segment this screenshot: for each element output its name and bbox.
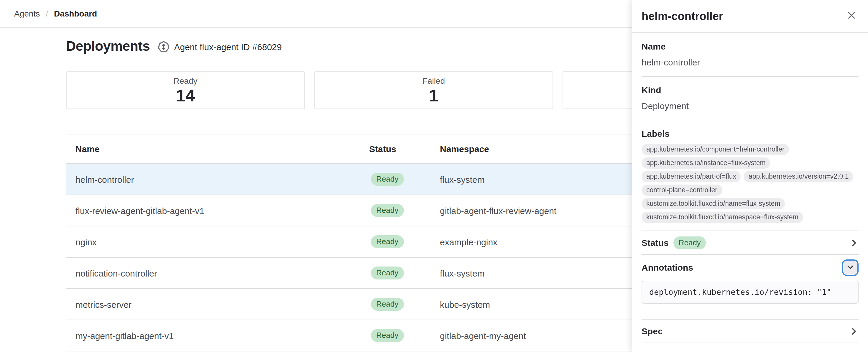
section-heading: Spec (642, 325, 663, 337)
cell-name: flux-review-agent-gitlab-agent-v1 (66, 205, 369, 216)
status-badge: Ready (673, 236, 706, 249)
close-drawer-button[interactable] (844, 8, 859, 24)
card-label: Ready (174, 75, 197, 86)
label-chip: app.kubernetes.io/instance=flux-system (642, 157, 770, 169)
chevron-right-icon (849, 238, 859, 247)
drawer-section-name: Name helm-controller (642, 33, 859, 76)
status-badge: Ready (371, 235, 404, 248)
status-badge: Ready (371, 266, 404, 280)
cell-status: Ready (369, 173, 440, 186)
drawer-section-labels: Labels app.kubernetes.io/component=helm-… (642, 120, 859, 230)
annotations-code: deployment.kubernetes.io/revision: "1" (642, 281, 859, 303)
cell-name: my-agent-gitlab-agent-v1 (66, 330, 369, 341)
label-chip: app.kubernetes.io/component=helm-control… (642, 144, 789, 155)
chevron-right-icon (849, 326, 859, 336)
cell-status: Ready (369, 204, 440, 217)
drawer-body: Name helm-controller Kind Deployment Lab… (632, 33, 868, 343)
divider (642, 343, 859, 343)
labels-list: app.kubernetes.io/component=helm-control… (642, 144, 859, 223)
section-heading: Labels (642, 128, 859, 140)
status-badge: Ready (371, 298, 404, 311)
cell-name: metrics-server (66, 299, 369, 309)
cell-status: Ready (369, 298, 440, 311)
cell-status: Ready (369, 235, 440, 248)
chevron-down-icon (846, 263, 855, 273)
drawer-section-status[interactable]: Status Ready (642, 231, 859, 254)
column-header-status: Status (369, 144, 440, 154)
column-header-name: Name (66, 144, 369, 154)
section-heading: Kind (642, 84, 859, 96)
agent-label: Agent flux-agent ID #68029 (174, 42, 282, 52)
resource-kind-value: Deployment (642, 100, 859, 112)
breadcrumb-separator: / (46, 9, 48, 18)
drawer-header: helm-controller (632, 0, 868, 33)
label-chip: app.kubernetes.io/part-of=flux (642, 171, 741, 182)
label-chip: control-plane=controller (642, 185, 722, 196)
close-icon (847, 11, 856, 22)
resource-name-value: helm-controller (642, 57, 859, 68)
status-badge: Ready (371, 173, 404, 186)
section-heading: Annotations (642, 262, 693, 274)
page-title: Deployments (66, 38, 150, 54)
summary-card-failed: Failed 1 (314, 71, 553, 109)
drawer-title: helm-controller (642, 10, 723, 23)
section-heading: Name (642, 41, 859, 53)
label-chip: app.kubernetes.io/version=v2.0.1 (744, 171, 854, 182)
breadcrumb-item-dashboard: Dashboard (54, 9, 97, 18)
summary-card-ready: Ready 14 (66, 71, 305, 109)
status-badge: Ready (371, 204, 404, 217)
cell-name: nginx (66, 237, 369, 247)
deployments-dashboard: Agents / Dashboard Deployments Agent flu… (0, 0, 868, 352)
resource-details-drawer: helm-controller Name helm-controller Kin… (632, 0, 868, 352)
drawer-section-annotations: Annotations deployment.kubernetes.io/rev… (642, 255, 859, 303)
kubernetes-agent-icon (157, 41, 170, 53)
drawer-section-spec[interactable]: Spec (642, 320, 859, 343)
cell-name: helm-controller (66, 174, 369, 184)
label-chip: kustomize.toolkit.fluxcd.io/namespace=fl… (642, 212, 803, 223)
annotations-collapse-button[interactable] (842, 259, 859, 276)
annotations-header: Annotations (642, 255, 859, 276)
section-heading: Status (642, 237, 669, 249)
breadcrumb-item-agents[interactable]: Agents (14, 9, 40, 18)
status-badge: Ready (371, 329, 404, 342)
agent-info: Agent flux-agent ID #68029 (157, 41, 282, 53)
card-value: 1 (429, 86, 438, 105)
label-chip: kustomize.toolkit.fluxcd.io/name=flux-sy… (642, 198, 785, 209)
cell-status: Ready (369, 266, 440, 280)
cell-name: notification-controller (66, 268, 369, 278)
card-value: 14 (176, 86, 195, 105)
card-label: Failed (423, 75, 445, 86)
drawer-section-kind: Kind Deployment (642, 77, 859, 120)
cell-status: Ready (369, 329, 440, 342)
